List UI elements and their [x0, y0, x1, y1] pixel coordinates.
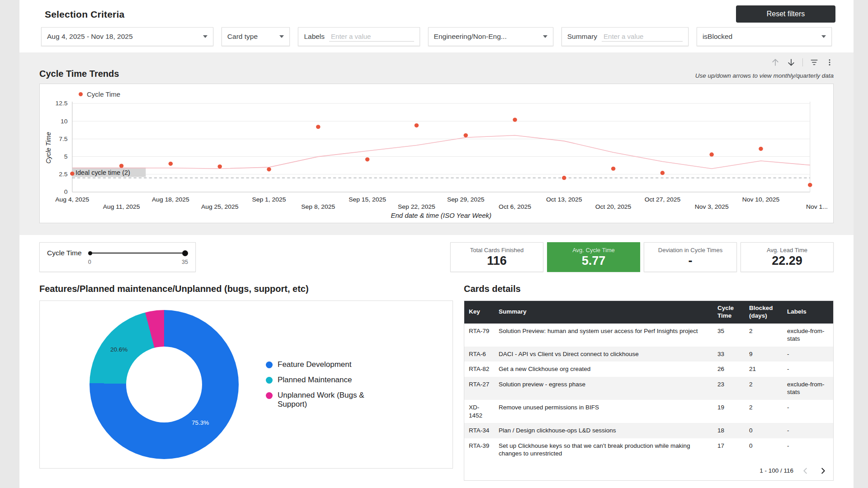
stat-value: 22.29 — [744, 254, 830, 268]
column-header: Summary — [494, 301, 713, 324]
chart-toolbar — [39, 56, 834, 69]
slider-max-handle[interactable] — [182, 250, 188, 256]
date-range-filter[interactable]: Aug 4, 2025 - Nov 18, 2025 — [41, 27, 213, 46]
svg-text:Aug 11, 2025: Aug 11, 2025 — [103, 203, 140, 210]
summary-input[interactable] — [602, 32, 683, 42]
table-cell: Remove unused permissions in BIFS — [494, 400, 713, 423]
svg-text:Sep 1, 2025: Sep 1, 2025 — [252, 196, 286, 203]
column-header: Labels — [783, 301, 833, 324]
svg-text:Oct 13, 2025: Oct 13, 2025 — [546, 196, 582, 203]
arrow-down-icon[interactable] — [787, 58, 796, 67]
caret-down-icon — [279, 35, 284, 38]
table-cell: 0 — [745, 438, 783, 461]
svg-text:7.5: 7.5 — [59, 136, 68, 142]
stat-card-deviation-in-cycle-times: Deviation in Cycle Times- — [644, 242, 737, 272]
caret-down-icon — [543, 35, 547, 38]
cards-table-body: RTA-79Solution Preview: human and system… — [464, 324, 833, 461]
table-cell: - — [783, 347, 833, 362]
svg-text:Aug 4, 2025: Aug 4, 2025 — [55, 196, 89, 203]
table-cell: 23 — [713, 377, 745, 400]
svg-text:5: 5 — [64, 153, 68, 160]
donut-section-title: Features/Planned maintenance/Unplanned (… — [39, 284, 453, 294]
engineering-filter[interactable]: Engineering/Non-Eng... — [428, 27, 553, 46]
pie-legend-item: Unplanned Work (Bugs & Support) — [266, 391, 388, 409]
cards-table-header: KeySummaryCycle TimeBlocked (days)Labels — [464, 301, 833, 324]
table-header-row: KeySummaryCycle TimeBlocked (days)Labels — [464, 301, 833, 324]
table-cell: - — [783, 438, 833, 461]
donut-section: Features/Planned maintenance/Unplanned (… — [39, 282, 453, 469]
svg-text:Oct 27, 2025: Oct 27, 2025 — [645, 196, 681, 203]
svg-text:Sep 29, 2025: Sep 29, 2025 — [447, 196, 485, 203]
table-cell: Plan / Design clickhouse-ops L&D session… — [494, 423, 713, 438]
table-cell: RTA-79 — [464, 324, 494, 347]
slider-track[interactable] — [90, 253, 186, 253]
kebab-menu-icon[interactable] — [826, 58, 834, 67]
legend-dot-icon — [79, 92, 83, 96]
cycle-time-chart-svg: 02.557.51012.5Ideal cycle time (2)Aug 4,… — [43, 99, 830, 222]
slider-min-value: 0 — [88, 259, 91, 265]
cards-table-box: KeySummaryCycle TimeBlocked (days)Labels… — [464, 300, 834, 481]
arrow-up-icon[interactable] — [771, 58, 780, 67]
table-cell: 2 — [745, 377, 783, 400]
slider-label: Cycle Time — [47, 248, 82, 269]
engineering-filter-value: Engineering/Non-Eng... — [434, 33, 538, 41]
slider-min-handle[interactable] — [88, 251, 92, 255]
chart-legend: Cycle Time — [79, 90, 830, 98]
table-cell: DACI - API vs Client vs Direct connect t… — [494, 347, 713, 362]
table-row: RTA-39Set up Clickhouse keys so that we … — [464, 438, 833, 461]
pie-legend: Feature DevelopmentPlanned MaintenanceUn… — [266, 360, 388, 409]
svg-text:Oct 20, 2025: Oct 20, 2025 — [595, 203, 632, 210]
svg-text:0: 0 — [64, 189, 68, 196]
cycle-time-slider: Cycle Time 0 35 — [39, 242, 196, 272]
svg-text:Sep 15, 2025: Sep 15, 2025 — [349, 196, 386, 203]
table-cell: 17 — [713, 438, 745, 461]
reset-filters-button[interactable]: Reset filters — [736, 5, 835, 23]
cards-details-section: Cards details KeySummaryCycle TimeBlocke… — [464, 282, 834, 481]
table-cell: - — [783, 423, 833, 438]
stat-label: Avg. Cycle Time — [550, 247, 637, 253]
summary-filter: Summary — [561, 27, 689, 46]
cycle-time-trends-title: Cycle Time Trends — [39, 69, 119, 79]
table-cell: exclude-from-stats — [783, 377, 833, 400]
svg-text:Nov 1...: Nov 1... — [806, 203, 828, 210]
svg-text:Ideal cycle time (2): Ideal cycle time (2) — [75, 169, 130, 176]
table-cell: 0 — [745, 423, 783, 438]
summary-filter-label: Summary — [567, 33, 597, 41]
svg-text:Cycle Time: Cycle Time — [45, 132, 52, 164]
table-cell: 33 — [713, 347, 745, 362]
filter-bar: Aug 4, 2025 - Nov 18, 2025 Card type Lab… — [41, 27, 832, 46]
labels-filter-label: Labels — [304, 33, 325, 41]
stat-label: Total Cards Finished — [453, 247, 540, 253]
table-cell: RTA-27 — [464, 377, 494, 400]
table-row: XD-1452Remove unused permissions in BIFS… — [464, 400, 833, 423]
table-pagination: 1 - 100 / 116 — [464, 461, 833, 480]
pie-legend-label: Feature Development — [278, 360, 351, 369]
filter-icon[interactable] — [810, 58, 819, 67]
donut-chart-box: 20.6% 75.3% Feature DevelopmentPlanned M… — [39, 300, 453, 469]
labels-filter: Labels — [298, 27, 420, 46]
chevron-right-icon[interactable] — [818, 466, 828, 476]
svg-text:Nov 3, 2025: Nov 3, 2025 — [695, 203, 729, 210]
svg-text:Aug 18, 2025: Aug 18, 2025 — [152, 196, 189, 203]
svg-text:Aug 25, 2025: Aug 25, 2025 — [201, 203, 239, 210]
column-header: Blocked (days) — [745, 301, 783, 324]
donut-hole — [126, 347, 202, 422]
dashboard-canvas: Reset filters Selection Criteria Aug 4, … — [19, 0, 854, 488]
table-cell: Get a new Clickhouse org created — [494, 361, 713, 377]
table-cell: 2 — [745, 324, 783, 347]
svg-text:Sep 22, 2025: Sep 22, 2025 — [398, 203, 435, 210]
chevron-left-icon[interactable] — [801, 466, 811, 476]
labels-input[interactable] — [329, 32, 414, 42]
slider-max-value: 35 — [182, 259, 188, 265]
isblocked-filter[interactable]: isBlocked — [697, 27, 832, 46]
table-cell: 26 — [713, 361, 745, 377]
cards-details-title: Cards details — [464, 284, 834, 294]
column-header: Key — [464, 301, 494, 324]
table-cell: 18 — [713, 423, 745, 438]
legend-label: Cycle Time — [87, 90, 120, 98]
card-type-label: Card type — [227, 33, 275, 41]
card-type-filter[interactable]: Card type — [222, 27, 290, 46]
table-row: RTA-34Plan / Design clickhouse-ops L&D s… — [464, 423, 833, 438]
isblocked-filter-value: isBlocked — [703, 33, 817, 41]
cycle-time-trends-section: Cycle Time Trends Use up/down arrows to … — [19, 52, 854, 235]
